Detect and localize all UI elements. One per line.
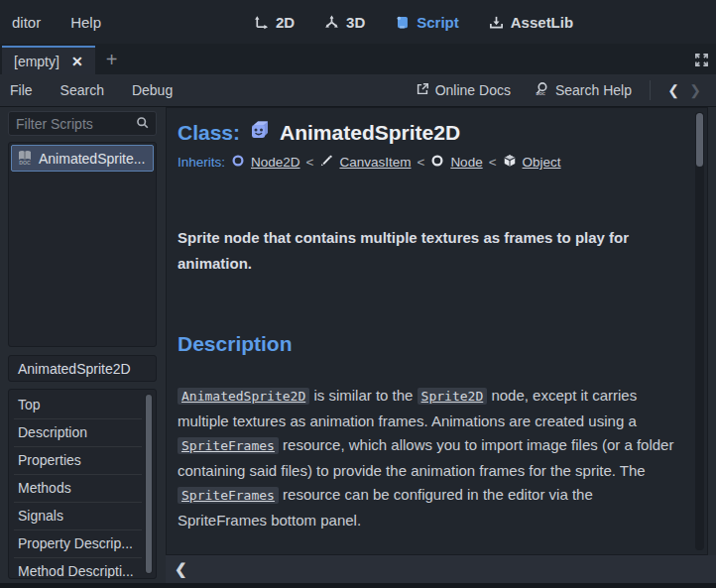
workspace-switcher: 2D 3D Script AssetLib (56, 14, 716, 31)
menu-editor[interactable]: ditor (12, 14, 41, 31)
menu-help[interactable]: Help (70, 14, 101, 31)
online-docs-label: Online Docs (435, 82, 511, 98)
inherits-separator: < (417, 155, 424, 170)
menu-search[interactable]: Search (60, 82, 104, 98)
script-tab-empty[interactable]: [empty] ✕ (2, 46, 95, 74)
inherits-label: Inherits: (178, 155, 225, 170)
workspace-3d-button[interactable]: 3D (324, 14, 365, 31)
inherits-link-object[interactable]: Object (523, 155, 561, 170)
description-section-title: Description (178, 332, 681, 356)
inherits-link-node2d[interactable]: Node2D (251, 155, 300, 170)
script-tab-bar: [empty] ✕ + (0, 44, 716, 74)
2d-axes-icon (254, 15, 269, 30)
doc-column: Class: AnimatedSprite2D Inherits: Node2D… (163, 107, 716, 583)
workspace-assetlib-label: AssetLib (511, 14, 573, 31)
script-list-item-label: AnimatedSprite... (39, 151, 145, 167)
main-area: Filter Scripts DOC AnimatedSprite... Ani… (0, 107, 716, 583)
workspace-script-label: Script (417, 14, 459, 31)
section-item-property-descriptions[interactable]: Property Descrip... (14, 530, 142, 558)
code-link[interactable]: AnimatedSprite2D (178, 388, 309, 405)
script-list-item-animatedsprite2d[interactable]: DOC AnimatedSprite... (11, 145, 154, 172)
class-brief-description: Sprite node that contains multiple textu… (178, 225, 652, 277)
search-doc-icon: DOC (535, 81, 549, 99)
workspace-assetlib-button[interactable]: AssetLib (489, 14, 573, 31)
bottom-panel-bar: ❮ (166, 555, 716, 583)
current-class-field[interactable]: AnimatedSprite2D (8, 355, 157, 382)
section-item-properties[interactable]: Properties (14, 447, 142, 475)
class-heading: Class: AnimatedSprite2D (178, 118, 681, 147)
collapse-sidebar-icon[interactable]: ❮ (175, 560, 187, 578)
open-scripts-list: DOC AnimatedSprite... (8, 142, 157, 347)
workspace-2d-button[interactable]: 2D (254, 14, 295, 31)
godot-editor-window: ditor Help 2D 3D Script (0, 0, 716, 588)
inherits-row: Inherits: Node2D < CanvasItem < Node (178, 154, 681, 171)
script-tab-label: [empty] (14, 54, 60, 69)
script-scroll-icon (395, 15, 410, 30)
inherits-link-canvasitem[interactable]: CanvasItem (339, 155, 411, 170)
menu-debug[interactable]: Debug (132, 82, 173, 98)
section-item-top[interactable]: Top (14, 392, 142, 419)
current-class-label: AnimatedSprite2D (18, 361, 131, 377)
class-reference-view: Class: AnimatedSprite2D Inherits: Node2D… (166, 107, 708, 555)
section-item-description[interactable]: Description (14, 419, 142, 447)
code-link[interactable]: SpriteFrames (178, 437, 279, 454)
sections-scrollbar[interactable] (145, 394, 153, 574)
description-paragraph: AnimatedSprite2D is similar to the Sprit… (178, 384, 681, 532)
section-item-method-descriptions[interactable]: Method Descripti... (14, 558, 142, 579)
menubar-divider (650, 80, 651, 100)
class-heading-label: Class: (178, 121, 240, 145)
search-icon (136, 115, 149, 133)
filter-scripts-input[interactable]: Filter Scripts (8, 111, 157, 136)
section-item-methods[interactable]: Methods (14, 475, 142, 503)
search-help-button[interactable]: DOC Search Help (535, 81, 632, 99)
main-menus: ditor Help (12, 14, 101, 31)
section-item-signals[interactable]: Signals (14, 503, 142, 530)
inherits-separator: < (489, 155, 497, 170)
sections-scrollbar-thumb[interactable] (146, 395, 152, 573)
doc-scrollbar-thumb[interactable] (696, 113, 703, 167)
history-back-button[interactable]: ❮ (662, 82, 684, 98)
node-icon (430, 154, 444, 171)
assetlib-download-icon (489, 15, 504, 30)
inherits-link-node[interactable]: Node (450, 155, 482, 170)
code-link[interactable]: SpriteFrames (178, 487, 279, 504)
script-menu-bar: File Search Debug Online Docs DOC Search… (0, 74, 716, 107)
svg-text:DOC: DOC (19, 160, 31, 165)
svg-text:DOC: DOC (536, 91, 545, 96)
animatedsprite2d-class-icon (248, 118, 272, 147)
code-link[interactable]: Sprite2D (418, 388, 488, 405)
external-link-icon (416, 82, 429, 99)
filter-scripts-placeholder: Filter Scripts (16, 116, 136, 132)
3d-axes-icon (324, 15, 339, 30)
editor-top-bar: ditor Help 2D 3D Script (0, 0, 716, 44)
doc-scrollbar[interactable] (695, 112, 704, 550)
workspace-2d-label: 2D (276, 14, 295, 31)
workspace-3d-label: 3D (346, 14, 365, 31)
online-docs-button[interactable]: Online Docs (416, 82, 511, 99)
search-help-label: Search Help (555, 82, 632, 98)
distraction-free-icon[interactable] (686, 46, 716, 74)
canvasitem-icon (319, 154, 333, 171)
help-sections-list: Top Description Properties Methods Signa… (8, 389, 157, 579)
close-tab-icon[interactable]: ✕ (71, 54, 83, 69)
object-icon (503, 154, 517, 171)
script-sidebar: Filter Scripts DOC AnimatedSprite... Ani… (0, 107, 163, 583)
new-script-button[interactable]: + (95, 46, 129, 74)
history-forward-button[interactable]: ❯ (684, 82, 706, 98)
class-doc-icon: DOC (17, 149, 33, 168)
menu-file[interactable]: File (10, 82, 33, 98)
window-bottom-strip (0, 583, 716, 588)
workspace-script-button[interactable]: Script (395, 14, 459, 31)
inherits-separator: < (306, 155, 314, 170)
class-heading-name: AnimatedSprite2D (280, 121, 460, 145)
node2d-icon (231, 154, 245, 171)
